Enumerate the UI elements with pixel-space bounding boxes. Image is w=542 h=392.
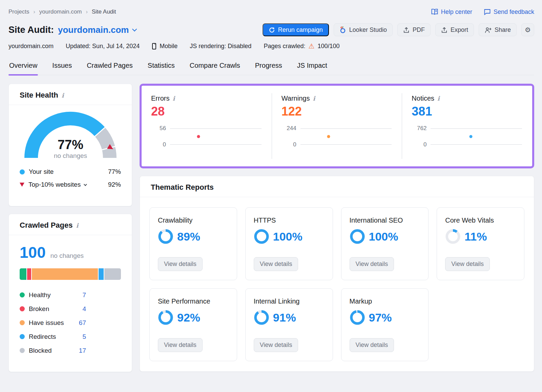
errors-value[interactable]: 28 [151, 104, 262, 119]
tab-statistics[interactable]: Statistics [147, 62, 175, 75]
notices-value[interactable]: 381 [412, 104, 522, 119]
upload-icon [403, 27, 410, 33]
core-web-vitals-view-details-button[interactable]: View details [445, 257, 490, 271]
rerun-campaign-label: Rerun campaign [278, 26, 323, 34]
axis-min-label: 0 [163, 141, 166, 148]
looker-studio-button[interactable]: Looker Studio [334, 23, 393, 36]
internal-linking-view-details-button[interactable]: View details [254, 338, 298, 352]
international-seo-view-details-button[interactable]: View details [350, 257, 394, 271]
bar-segment-have-issues[interactable] [32, 268, 98, 280]
issues-summary-panel: Errors i 28 56 0 [140, 84, 534, 168]
warnings-value[interactable]: 122 [282, 104, 392, 119]
gear-icon: ⚙ [525, 26, 531, 34]
notices-trend-chart: 762 0 [412, 125, 522, 148]
upload-icon [441, 27, 447, 33]
blocked-count-link[interactable]: 17 [79, 347, 86, 354]
have-issues-count-link[interactable]: 67 [79, 319, 86, 327]
bar-segment-healthy[interactable] [20, 268, 26, 280]
site-performance-card: Site Performance 92% View details [149, 288, 237, 361]
broken-dot-icon [20, 306, 25, 311]
site-performance-label: Site Performance [158, 297, 229, 305]
crawled-pages-card: Crawled Pages i 100 no changes Healthy 7 [8, 214, 132, 372]
pdf-label: PDF [413, 26, 425, 34]
send-feedback-label: Send feedback [494, 8, 534, 16]
info-icon[interactable]: i [313, 95, 315, 102]
internal-linking-score: 91% [273, 311, 296, 324]
notices-label: Notices [412, 95, 434, 102]
tab-js-impact[interactable]: JS Impact [296, 62, 328, 75]
help-center-link[interactable]: Help center [431, 8, 472, 16]
send-feedback-link[interactable]: Send feedback [484, 8, 534, 16]
core-web-vitals-card: Core Web Vitals 11% View details [437, 207, 524, 280]
markup-card: Markup 97% View details [341, 288, 429, 361]
healthy-label: Healthy [29, 291, 50, 299]
top10-websites-value: 92% [108, 181, 121, 188]
tab-crawled-pages[interactable]: Crawled Pages [86, 62, 133, 75]
add-user-icon [484, 27, 492, 33]
site-performance-view-details-button[interactable]: View details [158, 338, 203, 352]
axis-min-label: 0 [293, 141, 296, 148]
info-icon[interactable]: i [76, 222, 79, 229]
tab-compare-crawls[interactable]: Compare Crawls [189, 62, 241, 75]
warnings-section: Warnings i 122 244 0 [272, 86, 402, 166]
errors-trend-chart: 56 0 [151, 125, 262, 148]
internal-linking-card: Internal Linking 91% View details [245, 288, 333, 361]
breadcrumb-site-audit: Site Audit [92, 8, 116, 15]
refresh-icon [269, 27, 275, 33]
top10-websites-label: Top-10% websites [28, 181, 81, 188]
toolbar: Rerun campaign Looker Studio PDF [263, 23, 534, 36]
export-button[interactable]: Export [435, 23, 474, 36]
thematic-reports-card: Thematic Reports Crawlability 89% View d… [140, 176, 534, 372]
healthy-count-link[interactable]: 7 [82, 291, 86, 299]
international-seo-label: International SEO [350, 216, 420, 224]
blocked-label: Blocked [29, 347, 52, 354]
https-score: 100% [273, 230, 303, 243]
markup-view-details-button[interactable]: View details [350, 338, 394, 352]
share-label: Share [495, 26, 511, 34]
crawled-pages-change: no changes [50, 252, 84, 260]
pages-crawled-label: Pages crawled: [264, 43, 305, 50]
right-column: Errors i 28 56 0 [140, 84, 534, 372]
broken-count-link[interactable]: 4 [82, 305, 86, 313]
settings-button[interactable]: ⚙ [521, 23, 534, 36]
crawled-pages-title: Crawled Pages [20, 221, 73, 230]
healthy-dot-icon [20, 292, 25, 297]
redirects-count-link[interactable]: 5 [82, 333, 86, 341]
tab-progress[interactable]: Progress [254, 62, 283, 75]
share-button[interactable]: Share [479, 23, 517, 36]
crawlability-view-details-button[interactable]: View details [158, 257, 203, 271]
broken-label: Broken [29, 305, 49, 313]
legend-row-redirects: Redirects 5 [20, 330, 86, 344]
https-view-details-button[interactable]: View details [254, 257, 298, 271]
tab-issues[interactable]: Issues [51, 62, 72, 75]
errors-section: Errors i 28 56 0 [142, 86, 272, 166]
crawled-pages-total: 100 [20, 243, 46, 262]
site-performance-score: 92% [177, 311, 200, 324]
meta-device: Mobile [152, 43, 178, 50]
your-site-label: Your site [29, 168, 54, 176]
pdf-button[interactable]: PDF [397, 23, 431, 36]
bar-segment-redirects[interactable] [99, 268, 104, 280]
tab-overview[interactable]: Overview [8, 62, 38, 75]
pages-crawled-value: 100/100 [317, 43, 339, 50]
redirects-label: Redirects [29, 333, 56, 341]
rerun-campaign-button[interactable]: Rerun campaign [263, 23, 329, 36]
warnings-data-point[interactable] [327, 135, 330, 138]
site-health-card: Site Health i 77%no changes Your site 77… [8, 84, 132, 206]
notices-data-point[interactable] [469, 135, 472, 138]
info-icon[interactable]: i [62, 92, 64, 99]
legend-row-have-issues: Have issues 67 [20, 316, 86, 330]
campaign-selector[interactable]: yourdomain.com [58, 25, 136, 35]
bar-segment-broken[interactable] [27, 268, 31, 280]
breadcrumb-domain[interactable]: yourdomain.com [39, 8, 82, 15]
book-icon [431, 8, 438, 15]
https-label: HTTPS [254, 216, 325, 224]
info-icon[interactable]: i [437, 95, 440, 102]
breadcrumb-projects[interactable]: Projects [8, 8, 29, 15]
site-health-title: Site Health [20, 91, 58, 100]
bar-segment-blocked[interactable] [104, 268, 121, 280]
info-icon[interactable]: i [172, 95, 175, 102]
errors-data-point[interactable] [197, 135, 200, 138]
legend-row-broken: Broken 4 [20, 302, 86, 316]
top10-websites-dropdown[interactable]: Top-10% websites [28, 181, 86, 188]
